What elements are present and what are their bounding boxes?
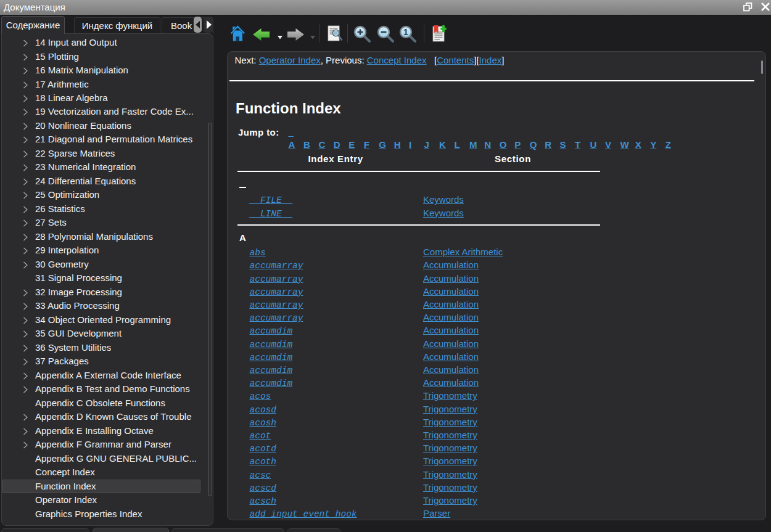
svg-text:1: 1 <box>403 27 408 37</box>
